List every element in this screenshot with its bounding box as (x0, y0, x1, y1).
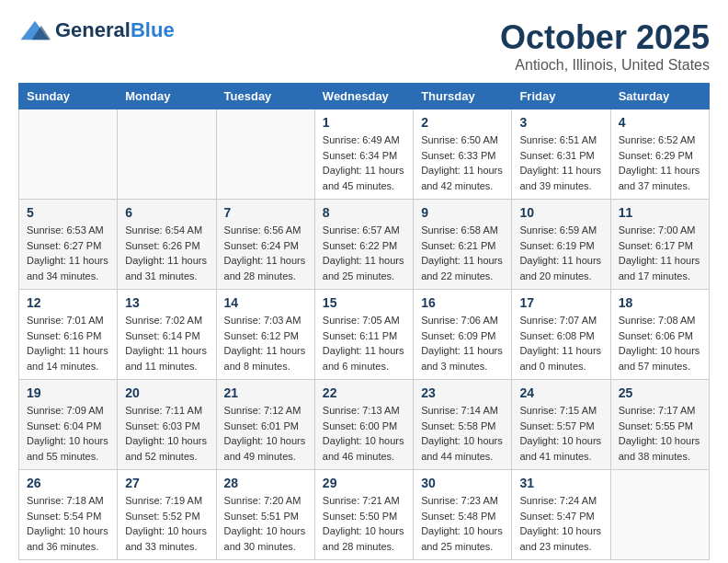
calendar-cell: 9Sunrise: 6:58 AM Sunset: 6:21 PM Daylig… (414, 200, 512, 290)
calendar-cell: 24Sunrise: 7:15 AM Sunset: 5:57 PM Dayli… (512, 380, 610, 470)
calendar-cell: 4Sunrise: 6:52 AM Sunset: 6:29 PM Daylig… (610, 109, 709, 200)
day-number: 19 (27, 385, 109, 400)
day-info: Sunrise: 7:13 AM Sunset: 6:00 PM Dayligh… (323, 403, 405, 464)
week-row-1: 1Sunrise: 6:49 AM Sunset: 6:34 PM Daylig… (19, 109, 710, 200)
calendar-cell: 8Sunrise: 6:57 AM Sunset: 6:22 PM Daylig… (314, 200, 413, 290)
day-info: Sunrise: 6:56 AM Sunset: 6:24 PM Dayligh… (224, 223, 307, 283)
day-number: 2 (421, 115, 504, 130)
day-info: Sunrise: 7:17 AM Sunset: 5:55 PM Dayligh… (619, 403, 701, 464)
calendar-cell (19, 109, 118, 200)
location: Antioch, Illinois, United States (500, 57, 710, 74)
day-info: Sunrise: 6:51 AM Sunset: 6:31 PM Dayligh… (519, 132, 602, 193)
calendar-cell: 14Sunrise: 7:03 AM Sunset: 6:12 PM Dayli… (216, 290, 314, 380)
day-number: 26 (27, 476, 109, 490)
day-number: 21 (224, 385, 307, 400)
day-info: Sunrise: 7:19 AM Sunset: 5:52 PM Dayligh… (125, 493, 208, 554)
calendar-cell: 13Sunrise: 7:02 AM Sunset: 6:14 PM Dayli… (118, 290, 216, 380)
day-info: Sunrise: 6:58 AM Sunset: 6:21 PM Dayligh… (421, 223, 504, 283)
day-number: 15 (323, 295, 405, 310)
logo-icon (18, 19, 51, 41)
logo-text: GeneralBlue (55, 18, 175, 42)
calendar-cell: 7Sunrise: 6:56 AM Sunset: 6:24 PM Daylig… (216, 200, 314, 290)
calendar-cell: 31Sunrise: 7:24 AM Sunset: 5:47 PM Dayli… (512, 470, 610, 560)
day-number: 30 (421, 476, 504, 490)
day-info: Sunrise: 7:15 AM Sunset: 5:57 PM Dayligh… (519, 403, 602, 464)
day-number: 31 (519, 476, 602, 490)
calendar-cell: 1Sunrise: 6:49 AM Sunset: 6:34 PM Daylig… (314, 109, 413, 200)
calendar-cell: 5Sunrise: 6:53 AM Sunset: 6:27 PM Daylig… (19, 200, 118, 290)
day-info: Sunrise: 7:03 AM Sunset: 6:12 PM Dayligh… (224, 313, 307, 373)
day-number: 11 (619, 205, 701, 220)
day-info: Sunrise: 6:59 AM Sunset: 6:19 PM Dayligh… (519, 223, 602, 283)
calendar-cell: 19Sunrise: 7:09 AM Sunset: 6:04 PM Dayli… (19, 380, 118, 470)
day-info: Sunrise: 7:14 AM Sunset: 5:58 PM Dayligh… (421, 403, 504, 464)
day-info: Sunrise: 7:01 AM Sunset: 6:16 PM Dayligh… (27, 313, 109, 373)
day-number: 7 (224, 205, 307, 220)
day-number: 17 (519, 295, 602, 310)
day-info: Sunrise: 7:23 AM Sunset: 5:48 PM Dayligh… (421, 493, 504, 554)
calendar-cell: 27Sunrise: 7:19 AM Sunset: 5:52 PM Dayli… (118, 470, 216, 560)
day-number: 1 (323, 115, 405, 130)
logo: GeneralBlue (18, 18, 175, 42)
calendar-cell: 17Sunrise: 7:07 AM Sunset: 6:08 PM Dayli… (512, 290, 610, 380)
day-header-wednesday: Wednesday (314, 84, 413, 109)
day-info: Sunrise: 6:50 AM Sunset: 6:33 PM Dayligh… (421, 132, 504, 193)
day-number: 13 (125, 295, 208, 310)
day-info: Sunrise: 6:57 AM Sunset: 6:22 PM Dayligh… (323, 223, 405, 283)
day-header-monday: Monday (118, 84, 216, 109)
calendar-cell (216, 109, 314, 200)
calendar-cell: 26Sunrise: 7:18 AM Sunset: 5:54 PM Dayli… (19, 470, 118, 560)
calendar-cell: 20Sunrise: 7:11 AM Sunset: 6:03 PM Dayli… (118, 380, 216, 470)
calendar-cell: 6Sunrise: 6:54 AM Sunset: 6:26 PM Daylig… (118, 200, 216, 290)
day-info: Sunrise: 7:20 AM Sunset: 5:51 PM Dayligh… (224, 493, 307, 554)
day-info: Sunrise: 7:08 AM Sunset: 6:06 PM Dayligh… (619, 313, 701, 373)
day-info: Sunrise: 7:09 AM Sunset: 6:04 PM Dayligh… (27, 403, 109, 464)
calendar-cell: 28Sunrise: 7:20 AM Sunset: 5:51 PM Dayli… (216, 470, 314, 560)
day-number: 28 (224, 476, 307, 490)
day-info: Sunrise: 7:21 AM Sunset: 5:50 PM Dayligh… (323, 493, 405, 554)
day-number: 9 (421, 205, 504, 220)
day-number: 20 (125, 385, 208, 400)
title-block: October 2025 Antioch, Illinois, United S… (500, 18, 710, 74)
day-header-thursday: Thursday (414, 84, 512, 109)
day-number: 25 (619, 385, 701, 400)
month-title: October 2025 (500, 18, 710, 57)
day-info: Sunrise: 7:00 AM Sunset: 6:17 PM Dayligh… (619, 223, 701, 283)
calendar-cell: 11Sunrise: 7:00 AM Sunset: 6:17 PM Dayli… (610, 200, 709, 290)
day-header-tuesday: Tuesday (216, 84, 314, 109)
day-info: Sunrise: 7:07 AM Sunset: 6:08 PM Dayligh… (519, 313, 602, 373)
day-number: 6 (125, 205, 208, 220)
day-number: 12 (27, 295, 109, 310)
day-info: Sunrise: 6:54 AM Sunset: 6:26 PM Dayligh… (125, 223, 208, 283)
calendar-cell: 10Sunrise: 6:59 AM Sunset: 6:19 PM Dayli… (512, 200, 610, 290)
calendar-cell: 12Sunrise: 7:01 AM Sunset: 6:16 PM Dayli… (19, 290, 118, 380)
day-info: Sunrise: 6:53 AM Sunset: 6:27 PM Dayligh… (27, 223, 109, 283)
calendar-cell (610, 470, 709, 560)
calendar-cell: 29Sunrise: 7:21 AM Sunset: 5:50 PM Dayli… (314, 470, 413, 560)
day-header-friday: Friday (512, 84, 610, 109)
day-number: 4 (619, 115, 701, 130)
day-header-saturday: Saturday (610, 84, 709, 109)
day-number: 18 (619, 295, 701, 310)
day-info: Sunrise: 7:11 AM Sunset: 6:03 PM Dayligh… (125, 403, 208, 464)
day-number: 3 (519, 115, 602, 130)
day-info: Sunrise: 6:49 AM Sunset: 6:34 PM Dayligh… (323, 132, 405, 193)
day-number: 10 (519, 205, 602, 220)
day-number: 16 (421, 295, 504, 310)
day-number: 24 (519, 385, 602, 400)
calendar-cell: 16Sunrise: 7:06 AM Sunset: 6:09 PM Dayli… (414, 290, 512, 380)
days-header-row: SundayMondayTuesdayWednesdayThursdayFrid… (19, 84, 710, 109)
calendar-cell: 23Sunrise: 7:14 AM Sunset: 5:58 PM Dayli… (414, 380, 512, 470)
day-info: Sunrise: 7:05 AM Sunset: 6:11 PM Dayligh… (323, 313, 405, 373)
week-row-4: 19Sunrise: 7:09 AM Sunset: 6:04 PM Dayli… (19, 380, 710, 470)
calendar-cell: 21Sunrise: 7:12 AM Sunset: 6:01 PM Dayli… (216, 380, 314, 470)
day-number: 8 (323, 205, 405, 220)
day-header-sunday: Sunday (19, 84, 118, 109)
calendar-cell: 18Sunrise: 7:08 AM Sunset: 6:06 PM Dayli… (610, 290, 709, 380)
week-row-3: 12Sunrise: 7:01 AM Sunset: 6:16 PM Dayli… (19, 290, 710, 380)
calendar-table: SundayMondayTuesdayWednesdayThursdayFrid… (18, 83, 710, 560)
page-header: GeneralBlue October 2025 Antioch, Illino… (18, 18, 710, 74)
calendar-cell: 25Sunrise: 7:17 AM Sunset: 5:55 PM Dayli… (610, 380, 709, 470)
day-info: Sunrise: 7:12 AM Sunset: 6:01 PM Dayligh… (224, 403, 307, 464)
calendar-cell: 22Sunrise: 7:13 AM Sunset: 6:00 PM Dayli… (314, 380, 413, 470)
